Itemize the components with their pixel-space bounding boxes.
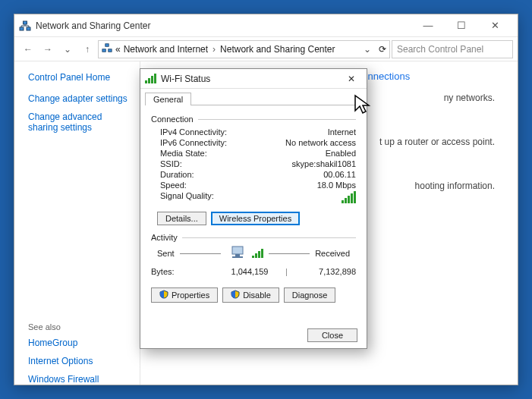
ipv6-value: No network access bbox=[285, 138, 356, 147]
wifi-status-dialog: Wi-Fi Status ✕ General Connection IPv4 C… bbox=[140, 68, 367, 349]
addr-dropdown[interactable]: ⌄ bbox=[364, 44, 371, 55]
shield-icon bbox=[231, 290, 240, 300]
svg-rect-5 bbox=[105, 44, 109, 47]
breadcrumb-2[interactable]: Network and Sharing Center bbox=[220, 44, 335, 55]
ssid-label: SSID: bbox=[151, 159, 292, 168]
refresh-button[interactable]: ⟳ bbox=[379, 44, 386, 55]
activity-row: Sent Received bbox=[151, 245, 356, 262]
nav-forward-button[interactable]: → bbox=[39, 40, 57, 58]
titlebar: Network and Sharing Center — ☐ ✕ bbox=[14, 14, 518, 37]
bytes-label: Bytes: bbox=[151, 267, 217, 276]
window-close-button[interactable]: ✕ bbox=[478, 15, 512, 36]
navbar: ← → ⌄ ↑ « Network and Internet › Network… bbox=[14, 37, 518, 61]
diagnose-button[interactable]: Diagnose bbox=[284, 287, 335, 303]
control-panel-home-link[interactable]: Control Panel Home bbox=[28, 72, 132, 83]
duration-value: 00.06.11 bbox=[323, 170, 356, 179]
shield-icon bbox=[159, 290, 168, 300]
activity-icon bbox=[226, 245, 263, 262]
duration-label: Duration: bbox=[151, 170, 323, 179]
signal-quality-label: Signal Quality: bbox=[151, 191, 342, 205]
bytes-sent-value: 1,044,159 bbox=[217, 267, 283, 276]
media-state-label: Media State: bbox=[151, 149, 326, 158]
windows-firewall-link[interactable]: Windows Firewall bbox=[28, 374, 132, 385]
internet-options-link[interactable]: Internet Options bbox=[28, 356, 132, 366]
chevron-down-icon[interactable]: ⌄ bbox=[58, 40, 77, 58]
dialog-title: Wi-Fi Status bbox=[161, 74, 210, 84]
ssid-value: skype:shakil1081 bbox=[292, 159, 356, 168]
svg-rect-4 bbox=[109, 49, 112, 52]
breadcrumb-prefix: « bbox=[115, 44, 121, 55]
see-also-label: See also bbox=[28, 322, 132, 331]
svg-rect-7 bbox=[235, 254, 240, 256]
svg-rect-8 bbox=[232, 256, 243, 258]
svg-rect-1 bbox=[27, 27, 30, 30]
network-icon bbox=[19, 20, 31, 32]
close-button[interactable]: Close bbox=[307, 328, 357, 342]
sidebar: Control Panel Home Change adapter settin… bbox=[14, 61, 140, 385]
address-bar[interactable]: « Network and Internet › Network and Sha… bbox=[98, 40, 390, 58]
svg-rect-3 bbox=[102, 49, 105, 52]
nav-up-button[interactable]: ↑ bbox=[78, 40, 96, 58]
svg-rect-6 bbox=[232, 247, 243, 254]
wireless-properties-button[interactable]: Wireless Properties bbox=[211, 212, 300, 225]
window-title: Network and Sharing Center bbox=[36, 20, 150, 31]
breadcrumb-1[interactable]: Network and Internet bbox=[124, 44, 208, 55]
window-minimize-button[interactable]: — bbox=[411, 15, 445, 36]
dialog-close-button[interactable]: ✕ bbox=[341, 71, 362, 87]
disable-button[interactable]: Disable bbox=[222, 287, 279, 303]
window-maximize-button[interactable]: ☐ bbox=[445, 15, 478, 36]
bytes-received-value: 7,132,898 bbox=[290, 267, 356, 276]
change-adapter-settings-link[interactable]: Change adapter settings bbox=[28, 93, 132, 104]
network-icon-small bbox=[102, 42, 112, 55]
received-label: Received bbox=[315, 249, 350, 258]
ipv4-label: IPv4 Connectivity: bbox=[151, 127, 328, 137]
breadcrumb-sep: › bbox=[212, 44, 216, 55]
ipv4-value: Internet bbox=[328, 127, 356, 137]
change-advanced-sharing-link[interactable]: Change advanced sharing settings bbox=[28, 112, 132, 133]
details-button[interactable]: Details... bbox=[157, 212, 206, 225]
svg-rect-2 bbox=[24, 21, 27, 24]
media-state-value: Enabled bbox=[326, 149, 356, 158]
search-input[interactable]: Search Control Panel bbox=[392, 40, 513, 58]
speed-value: 18.0 Mbps bbox=[317, 181, 356, 190]
signal-icon bbox=[145, 74, 156, 83]
signal-quality-bars bbox=[342, 191, 356, 205]
ipv6-label: IPv6 Connectivity: bbox=[151, 138, 285, 147]
homegroup-link[interactable]: HomeGroup bbox=[28, 338, 132, 348]
connection-group: Connection bbox=[151, 115, 356, 124]
sent-label: Sent bbox=[157, 249, 175, 258]
tabs: General bbox=[140, 89, 367, 105]
svg-rect-0 bbox=[20, 27, 24, 30]
speed-label: Speed: bbox=[151, 181, 317, 190]
nav-back-button[interactable]: ← bbox=[19, 40, 37, 58]
activity-group: Activity bbox=[151, 233, 356, 242]
dialog-body: Connection IPv4 Connectivity:Internet IP… bbox=[140, 105, 367, 310]
tab-general[interactable]: General bbox=[145, 93, 191, 105]
properties-button[interactable]: Properties bbox=[151, 287, 218, 303]
dialog-titlebar: Wi-Fi Status ✕ bbox=[140, 69, 367, 89]
